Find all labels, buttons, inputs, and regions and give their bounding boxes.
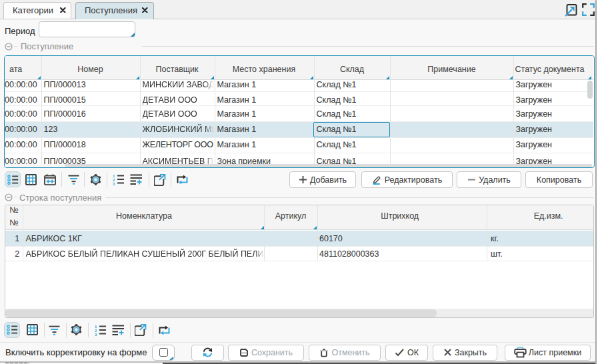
svg-text:3: 3 <box>95 332 97 335</box>
svg-text:3: 3 <box>113 182 115 185</box>
